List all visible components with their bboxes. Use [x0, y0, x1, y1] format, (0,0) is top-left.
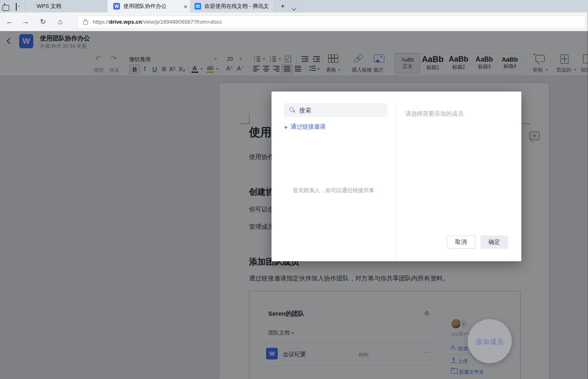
- tab-tencent-docs[interactable]: 欢迎使用在线文档 - 腾讯文: [190, 0, 274, 12]
- lock-icon: [83, 21, 88, 25]
- empty-contacts-text: 暂无联系人，你可以通过链接共享: [288, 186, 379, 194]
- page-url: https://drive.wps.cn/view/p/16949806587?…: [93, 19, 222, 25]
- tencent-docs-favicon: [194, 3, 201, 10]
- tab-preview-icon[interactable]: [4, 4, 5, 11]
- spotlight-label: 添加成员: [476, 338, 504, 363]
- new-tab-button[interactable]: +: [277, 1, 288, 11]
- search-input[interactable]: [299, 107, 379, 114]
- forward-button[interactable]: →: [18, 12, 32, 31]
- tab-label: 欢迎使用在线文档 - 腾讯文: [204, 2, 269, 10]
- browser-tab-bar: WPS 文档 W 使用团队协作办公 × 欢迎使用在线文档 - 腾讯文 +: [0, 0, 588, 12]
- home-button[interactable]: ⌂: [53, 12, 67, 31]
- refresh-button[interactable]: ↻: [36, 12, 50, 31]
- add-members-dialog: + 通过链接邀请 暂无联系人，你可以通过链接共享 请选择需要添加的成员 取消 确…: [272, 92, 521, 261]
- invite-by-link-button[interactable]: + 通过链接邀请: [284, 123, 326, 131]
- add-member-spotlight[interactable]: 添加成员: [468, 319, 512, 363]
- cancel-button[interactable]: 取消: [447, 235, 475, 249]
- member-search-box[interactable]: [284, 103, 387, 117]
- confirm-button[interactable]: 确定: [481, 235, 508, 249]
- wps-favicon: W: [113, 3, 120, 10]
- tab-label: 使用团队协作办公: [123, 2, 167, 10]
- browser-window: WPS 文档 W 使用团队协作办公 × 欢迎使用在线文档 - 腾讯文 + ← →…: [0, 0, 588, 379]
- tab-active-document[interactable]: W 使用团队协作办公 ×: [107, 0, 190, 12]
- panel-divider: [396, 103, 396, 261]
- tab-wps-docs[interactable]: WPS 文档: [25, 0, 107, 12]
- search-icon: [289, 107, 295, 113]
- back-button[interactable]: ←: [2, 12, 17, 31]
- tab-separator: [274, 2, 274, 11]
- selected-members-placeholder: 请选择需要添加的成员: [405, 110, 463, 118]
- browser-nav-bar: ← → ↻ ⌂ https://drive.wps.cn/view/p/1694…: [0, 12, 588, 31]
- tab-label: WPS 文档: [37, 2, 61, 10]
- tab-list-dropdown[interactable]: [292, 4, 296, 12]
- tabs-aside-icon: [16, 3, 17, 11]
- plus-icon: +: [284, 124, 288, 131]
- tabs-icon: [4, 3, 5, 11]
- close-tab-icon[interactable]: ×: [181, 3, 190, 10]
- set-tabs-aside-button[interactable]: [16, 3, 17, 11]
- invite-label: 通过链接邀请: [291, 123, 326, 131]
- chevron-down-icon: [292, 6, 296, 10]
- address-bar[interactable]: https://drive.wps.cn/view/p/16949806587?…: [77, 15, 586, 28]
